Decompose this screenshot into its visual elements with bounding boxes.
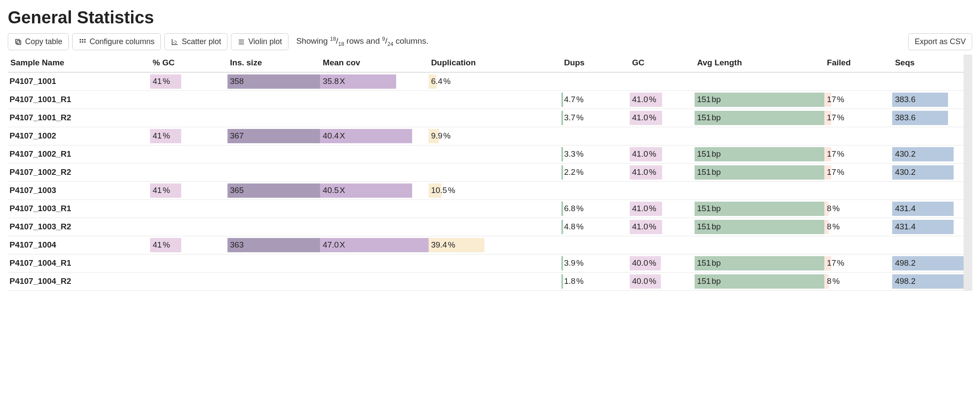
table-cell	[227, 163, 320, 181]
col-avg-length[interactable]: Avg Length	[695, 55, 824, 72]
violin-plot-button[interactable]: Violin plot	[231, 33, 288, 50]
svg-point-11	[175, 40, 176, 41]
col-pct-gc[interactable]: % GC	[150, 55, 227, 72]
scroll-gutter[interactable]	[964, 218, 972, 236]
table-cell	[150, 254, 227, 272]
table-cell	[320, 218, 428, 236]
col-seqs[interactable]: Seqs	[892, 55, 963, 72]
table-header-row: Sample Name % GC Ins. size Mean cov Dupl…	[8, 55, 972, 72]
table-cell	[429, 109, 562, 127]
table-cell: 41%	[150, 236, 227, 254]
svg-rect-6	[82, 41, 83, 42]
cell-value: 151bp	[695, 258, 721, 268]
table-cell	[320, 145, 428, 163]
cell-value: 41%	[150, 131, 170, 141]
cell-value: 498.2	[892, 277, 916, 286]
cell-value: 367	[227, 131, 244, 141]
sample-name-cell: P4107_1003	[8, 181, 150, 199]
scroll-gutter[interactable]	[964, 181, 972, 199]
table-row: P4107_1001_R14.7%41.0%151bp17%383.6	[8, 90, 972, 109]
table-cell	[429, 199, 562, 218]
scroll-gutter[interactable]	[964, 272, 972, 290]
sample-name-cell: P4107_1003_R1	[8, 199, 150, 218]
cell-value: 431.4	[892, 222, 916, 232]
table-cell	[150, 199, 227, 218]
scroll-gutter[interactable]	[964, 145, 972, 163]
scroll-gutter[interactable]	[964, 254, 972, 272]
sample-name-cell: P4107_1001	[8, 72, 150, 90]
col-duplication[interactable]: Duplication	[429, 55, 562, 72]
scroll-gutter[interactable]	[964, 109, 972, 127]
table-cell: 151bp	[695, 163, 824, 181]
col-failed[interactable]: Failed	[824, 55, 892, 72]
cell-value: 430.2	[892, 167, 916, 177]
sample-name-cell: P4107_1004	[8, 236, 150, 254]
general-statistics-table: Sample Name % GC Ins. size Mean cov Dupl…	[8, 55, 972, 291]
table-row: P4107_100141%35835.8X6.4%	[8, 72, 972, 90]
cell-value: 9.9%	[429, 131, 451, 141]
configure-columns-button[interactable]: Configure columns	[72, 33, 161, 50]
table-cell	[561, 181, 629, 199]
table-cell	[429, 218, 562, 236]
scroll-gutter[interactable]	[964, 127, 972, 145]
col-gc[interactable]: GC	[630, 55, 695, 72]
table-cell	[320, 199, 428, 218]
copy-table-button[interactable]: Copy table	[8, 33, 69, 50]
table-cell	[227, 218, 320, 236]
table-cell	[892, 236, 963, 254]
table-cell	[561, 127, 629, 145]
cell-value: 2.2%	[561, 167, 583, 177]
col-dups[interactable]: Dups	[561, 55, 629, 72]
scatter-plot-button[interactable]: Scatter plot	[164, 33, 227, 50]
table-row: P4107_100441%36347.0X39.4%	[8, 236, 972, 254]
table-cell: 8%	[824, 218, 892, 236]
cell-value: 17%	[824, 95, 844, 104]
table-cell	[561, 72, 629, 90]
table-cell	[227, 145, 320, 163]
col-sample-name[interactable]: Sample Name	[8, 55, 150, 72]
scroll-gutter[interactable]	[964, 72, 972, 90]
table-cell: 363	[227, 236, 320, 254]
table-cell	[320, 90, 428, 109]
scroll-gutter[interactable]	[964, 236, 972, 254]
table-cell: 3.3%	[561, 145, 629, 163]
table-cell	[429, 163, 562, 181]
table-cell	[824, 181, 892, 199]
table-cell: 8%	[824, 199, 892, 218]
col-mean-cov[interactable]: Mean cov	[320, 55, 428, 72]
table-cell: 367	[227, 127, 320, 145]
cell-value: 6.8%	[561, 204, 583, 213]
scroll-gutter[interactable]	[964, 163, 972, 181]
cell-value: 39.4%	[429, 240, 455, 250]
table-cell: 17%	[824, 90, 892, 109]
table-cell: 151bp	[695, 218, 824, 236]
scroll-gutter[interactable]	[964, 55, 972, 72]
col-ins-size[interactable]: Ins. size	[227, 55, 320, 72]
cell-value: 365	[227, 186, 244, 195]
sample-name-cell: P4107_1001_R2	[8, 109, 150, 127]
table-cell: 431.4	[892, 199, 963, 218]
table-row: P4107_1004_R21.8%40.0%151bp8%498.2	[8, 272, 972, 290]
table-cell	[320, 163, 428, 181]
table-cell: 40.4X	[320, 127, 428, 145]
table-cell: 6.8%	[561, 199, 629, 218]
table-cell: 41.0%	[630, 218, 695, 236]
configure-columns-label: Configure columns	[90, 37, 154, 46]
table-cell: 365	[227, 181, 320, 199]
svg-rect-7	[84, 41, 86, 42]
table-cell	[695, 181, 824, 199]
sample-name-cell: P4107_1001_R1	[8, 90, 150, 109]
export-csv-button[interactable]: Export as CSV	[908, 33, 972, 50]
table-cell: 40.5X	[320, 181, 428, 199]
page-title: General Statistics	[8, 8, 972, 27]
cell-value: 40.4X	[320, 131, 345, 141]
cell-value: 41%	[150, 77, 170, 86]
scroll-gutter[interactable]	[964, 90, 972, 109]
cell-value: 10.5%	[429, 186, 455, 195]
table-cell	[150, 90, 227, 109]
table-cell	[892, 72, 963, 90]
table-cell: 383.6	[892, 90, 963, 109]
table-cell	[320, 109, 428, 127]
table-cell	[227, 109, 320, 127]
scroll-gutter[interactable]	[964, 199, 972, 218]
